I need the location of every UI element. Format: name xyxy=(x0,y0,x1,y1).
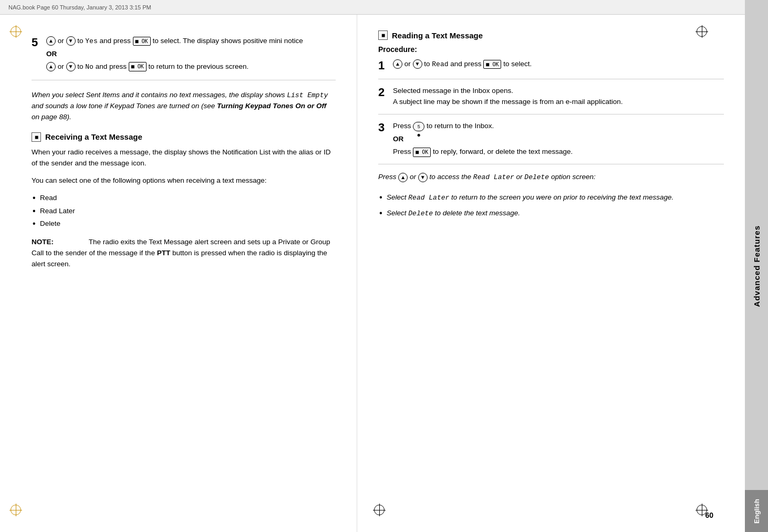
step3-ok-btn: ■ OK xyxy=(413,148,431,157)
step1-or: or xyxy=(404,60,413,68)
italic-down-arrow: ▼ xyxy=(418,173,428,182)
header-text: NAG.book Page 60 Thursday, January 3, 20… xyxy=(8,4,151,11)
crosshair-top-right xyxy=(696,25,708,38)
receiving-icon: ◼ xyxy=(32,132,41,142)
step5-down-arrow: ▼ xyxy=(66,36,76,46)
left-column: 5 ▲ or ▼ to Yes and press ■ OK to select… xyxy=(0,15,357,532)
divider-r1 xyxy=(378,79,724,79)
reading-step3: 3 Press 5 ☻ to return to the Inbox. OR P… xyxy=(378,121,724,158)
list-empty-mono: List Empty xyxy=(287,91,328,99)
step5-and-press: and press xyxy=(99,37,132,45)
italic-bullet-read-later: Select Read Later to return to the scree… xyxy=(378,192,724,203)
step3-line1: Press 5 ☻ to return to the Inbox. xyxy=(393,121,724,132)
step3-back-btn: 5 ☻ xyxy=(413,122,424,131)
page-container: NAG.book Page 60 Thursday, January 3, 20… xyxy=(0,0,768,532)
step5-ok-btn: ■ OK xyxy=(133,37,151,46)
header-bar: NAG.book Page 60 Thursday, January 3, 20… xyxy=(0,0,745,15)
step1-to-select: to select. xyxy=(503,60,532,68)
bullet-read: Read xyxy=(32,193,336,204)
italic-up-arrow: ▲ xyxy=(398,173,408,182)
step5-to2: to xyxy=(77,62,85,70)
step3-or: OR xyxy=(393,134,724,144)
divider-r2 xyxy=(378,114,724,114)
step1-down-arrow: ▼ xyxy=(413,59,422,69)
step5-to-text: to xyxy=(77,37,85,45)
step5-or-label: OR xyxy=(46,49,336,59)
receiving-title: Receiving a Text Message xyxy=(45,132,142,141)
step5-up-arrow2: ▲ xyxy=(46,62,56,71)
step1-and-press: and press xyxy=(450,60,483,68)
step3-number: 3 xyxy=(378,121,389,134)
reading-step2: 2 Selected message in the Inbox opens. A… xyxy=(378,86,724,108)
step2-text1: Selected message in the Inbox opens. xyxy=(393,86,724,97)
italic-bullets: Select Read Later to return to the scree… xyxy=(378,192,724,218)
reading-heading: ◼ Reading a Text Message xyxy=(378,30,724,40)
italic-block: When you select Sent Items and it contai… xyxy=(32,90,336,123)
step5-number: 5 xyxy=(32,36,43,49)
step1-ok-btn: ■ OK xyxy=(483,60,501,69)
crosshair-bottom-right xyxy=(696,504,708,516)
step5-yes-word: Yes xyxy=(85,37,97,45)
procedure-label: Procedure: xyxy=(378,45,724,54)
step5-and-press2: and press xyxy=(96,62,129,70)
step1-number: 1 xyxy=(378,59,389,72)
english-tab: English xyxy=(745,490,768,532)
step2-text2: A subject line may be shown if the messa… xyxy=(393,97,724,108)
step5-ok-btn2: ■ OK xyxy=(129,62,147,71)
step5-down-arrow2: ▼ xyxy=(66,62,76,71)
step1-content: ▲ or ▼ to Read and press ■ OK to select. xyxy=(393,59,724,70)
step5-up-arrow: ▲ xyxy=(46,36,56,46)
italic-access-block: Press ▲ or ▼ to access the Read Later or… xyxy=(378,172,724,183)
step5-to-select: to select. The display shows positive mi… xyxy=(152,37,303,45)
step5-block: 5 ▲ or ▼ to Yes and press ■ OK to select… xyxy=(32,36,336,72)
crosshair-top-left xyxy=(9,25,22,38)
step2-content: Selected message in the Inbox opens. A s… xyxy=(393,86,724,108)
bullet-read-later: Read Later xyxy=(32,206,336,217)
right-column: ◼ Reading a Text Message Procedure: 1 ▲ … xyxy=(357,15,745,532)
divider1 xyxy=(32,80,336,80)
italic-bold-link: Turning Keypad Tones On or Off xyxy=(217,102,326,110)
note-block: NOTE: The radio exits the Text Message a… xyxy=(32,237,336,270)
note-text: The radio exits the Text Message alert s… xyxy=(32,238,330,268)
step1-to: to xyxy=(424,60,432,68)
italic-read-later: Read Later xyxy=(473,173,514,181)
step5-part2: ▲ or ▼ to No and press ■ OK to return to… xyxy=(46,61,336,72)
note-label: NOTE: xyxy=(32,238,54,246)
content-body: 5 ▲ or ▼ to Yes and press ■ OK to select… xyxy=(0,15,745,532)
receiving-para2: You can select one of the following opti… xyxy=(32,175,336,186)
step1-read-mono: Read xyxy=(432,60,448,68)
step1-up-arrow: ▲ xyxy=(393,59,402,69)
step5-to-return: to return to the previous screen. xyxy=(149,62,249,70)
receiving-heading: ◼ Receiving a Text Message xyxy=(32,132,336,142)
step5-or-text: or xyxy=(58,37,66,45)
side-tab-label: Advanced Features xyxy=(752,225,761,307)
step3-line2: Press ■ OK to reply, forward, or delete … xyxy=(393,147,724,158)
crosshair-bottom-center xyxy=(373,504,386,516)
step5-no-word: No xyxy=(85,63,94,71)
step5-or2: or xyxy=(58,62,66,70)
italic-bullet-delete: Select Delete to delete the text message… xyxy=(378,208,724,219)
crosshair-bottom-left xyxy=(9,504,22,516)
read-later-mono: Read Later xyxy=(408,194,449,202)
step5-content: ▲ or ▼ to Yes and press ■ OK to select. … xyxy=(46,36,336,72)
step2-number: 2 xyxy=(378,86,389,99)
divider-r3 xyxy=(378,164,724,164)
receiving-para1: When your radio receives a message, the … xyxy=(32,147,336,169)
delete-mono: Delete xyxy=(408,210,433,217)
bullet-delete: Delete xyxy=(32,218,336,230)
reading-step1: 1 ▲ or ▼ to Read and press ■ OK to selec… xyxy=(378,59,724,72)
side-tab: Advanced Features xyxy=(745,0,768,532)
reading-title: Reading a Text Message xyxy=(392,31,483,40)
english-label: English xyxy=(753,499,761,524)
step3-content: Press 5 ☻ to return to the Inbox. OR Pre… xyxy=(393,121,724,158)
reading-icon: ◼ xyxy=(378,30,388,40)
receiving-bullets: Read Read Later Delete xyxy=(32,193,336,230)
italic-delete: Delete xyxy=(524,173,549,181)
